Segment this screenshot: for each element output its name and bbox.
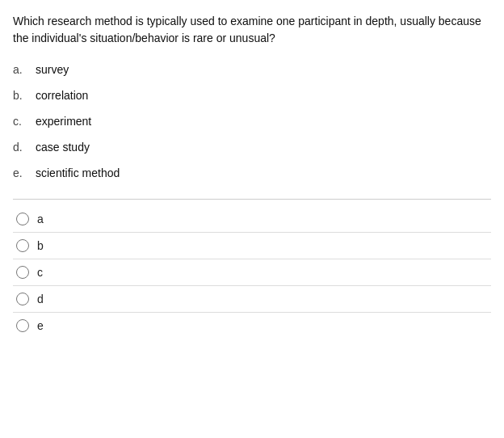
radio-row-a[interactable]: a bbox=[13, 206, 491, 233]
answer-letter-0: a. bbox=[13, 63, 36, 76]
answer-text-1: correlation bbox=[36, 89, 88, 102]
radio-label-e: e bbox=[37, 319, 44, 332]
answer-text-2: experiment bbox=[36, 115, 91, 128]
radio-label-d: d bbox=[37, 293, 44, 305]
radio-input-b[interactable] bbox=[16, 239, 29, 252]
answer-letter-3: d. bbox=[13, 141, 36, 154]
radio-label-b: b bbox=[37, 239, 44, 252]
radio-options: abcde bbox=[13, 206, 491, 339]
radio-row-e[interactable]: e bbox=[13, 313, 491, 339]
radio-input-e[interactable] bbox=[16, 319, 29, 332]
question-container: Which research method is typically used … bbox=[13, 13, 491, 339]
radio-row-d[interactable]: d bbox=[13, 286, 491, 313]
answer-letter-1: b. bbox=[13, 89, 36, 102]
answer-option-a: a.survey bbox=[13, 63, 491, 76]
answer-option-e: e.scientific method bbox=[13, 166, 491, 179]
answer-options: a.surveyb.correlationc.experimentd.case … bbox=[13, 63, 491, 179]
divider bbox=[13, 199, 491, 200]
answer-option-b: b.correlation bbox=[13, 89, 491, 102]
answer-text-3: case study bbox=[36, 141, 90, 154]
radio-label-c: c bbox=[37, 266, 43, 279]
question-text: Which research method is typically used … bbox=[13, 13, 491, 47]
radio-row-c[interactable]: c bbox=[13, 259, 491, 286]
radio-label-a: a bbox=[37, 213, 44, 225]
answer-letter-2: c. bbox=[13, 115, 36, 128]
radio-input-a[interactable] bbox=[16, 213, 29, 225]
answer-text-0: survey bbox=[36, 63, 69, 76]
answer-letter-4: e. bbox=[13, 166, 36, 179]
answer-option-d: d.case study bbox=[13, 141, 491, 154]
radio-row-b[interactable]: b bbox=[13, 233, 491, 259]
answer-text-4: scientific method bbox=[36, 166, 120, 179]
answer-option-c: c.experiment bbox=[13, 115, 491, 128]
radio-input-d[interactable] bbox=[16, 293, 29, 305]
radio-input-c[interactable] bbox=[16, 266, 29, 279]
